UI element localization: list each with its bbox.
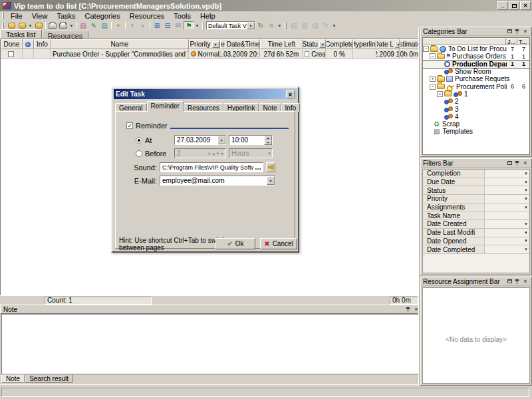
filter-row-priority[interactable]: Priority▼	[423, 195, 529, 203]
tree-item-2[interactable]: 2	[423, 98, 529, 105]
before-unit-combo[interactable]: Hours ▼	[229, 148, 273, 158]
column-date[interactable]: Date L▼	[376, 39, 400, 49]
filter-dropdown[interactable]: ▼	[524, 247, 528, 251]
sound-field[interactable]: C:\Program Files\VIP Quality Software\VI…	[160, 162, 263, 172]
menu-tools[interactable]: Tools	[169, 11, 196, 21]
more-tools-dropdown[interactable]: ▼	[331, 24, 337, 28]
minimize-button[interactable]: _	[497, 1, 508, 10]
tab-note[interactable]: Note	[1, 374, 25, 383]
menu-resources[interactable]: Resources	[125, 11, 170, 21]
column-priority[interactable]: Priority▼	[189, 39, 221, 49]
close-button[interactable]: ✕	[520, 1, 531, 10]
collapse-expander[interactable]: −	[423, 46, 429, 52]
menu-grip[interactable]	[2, 13, 4, 19]
tree-item-purchasse-orders[interactable]: − Purchasse Orders 11	[423, 53, 529, 60]
tree-item-3[interactable]: 3	[423, 105, 529, 112]
date-cell[interactable]: 2.2009 1:	[376, 49, 400, 59]
filter-row-date-last-modified[interactable]: Date Last Modifi▼	[423, 229, 529, 237]
tree-item-scrap[interactable]: Scrap	[423, 120, 529, 128]
filter-row-date-created[interactable]: Date Created▼	[423, 220, 529, 229]
column-hyperlink[interactable]: Hyperlink	[353, 39, 376, 49]
done-cell[interactable]	[1, 49, 23, 59]
filter-dropdown[interactable]: ▼	[524, 172, 528, 176]
tree-item-show-room[interactable]: Show Room	[423, 68, 529, 75]
filter-row-task-name[interactable]: Task Name	[423, 211, 529, 220]
filter-row-assignments[interactable]: Assignments▼	[423, 203, 529, 212]
hyperlink-cell[interactable]	[353, 49, 376, 59]
resource-close-button[interactable]	[521, 278, 529, 285]
ok-button[interactable]: Ok	[215, 238, 255, 249]
filter-dropdown[interactable]: ▼	[524, 239, 528, 243]
collapse-expander[interactable]: −	[430, 53, 436, 59]
before-value-spinner[interactable]: 2 ◄ ▲▼ ►	[174, 148, 226, 158]
at-date-dropdown[interactable]: ▼	[217, 136, 225, 144]
done-checkbox[interactable]	[8, 51, 14, 57]
flag-filter-dropdown[interactable]: ▼	[194, 24, 200, 28]
tree-col2-header[interactable]: T...	[517, 38, 529, 45]
toolbar-grip[interactable]	[285, 23, 287, 29]
filter-dropdown[interactable]: ▼	[524, 197, 528, 201]
dialog-close-button[interactable]: ×	[286, 90, 295, 98]
complete-cell[interactable]: 0 %	[326, 49, 353, 59]
filter-row-due-date[interactable]: Due Date▼	[423, 178, 529, 187]
filter-dropdown[interactable]: ▼	[524, 222, 528, 226]
at-time-spinner[interactable]: 10:00 ▲▼	[229, 135, 273, 145]
at-date-picker[interactable]: 27.03.2009 ▼	[174, 135, 226, 145]
filter-row-completion[interactable]: Completion▼	[423, 170, 529, 178]
filter-dropdown[interactable]: ▼	[524, 205, 528, 209]
tree-item-4[interactable]: 4	[423, 113, 529, 120]
priority-filter-button[interactable]: ▼	[212, 41, 219, 48]
categories-maximize-button[interactable]	[505, 28, 513, 35]
expand-expander[interactable]: +	[437, 91, 443, 97]
before-spin-buttons[interactable]: ◄ ▲▼ ►	[207, 152, 225, 156]
categories-pin-button[interactable]	[513, 28, 521, 35]
open-list-dropdown[interactable]: ▼	[27, 24, 33, 28]
filters-maximize-button[interactable]	[505, 160, 513, 167]
expand-expander[interactable]: +	[430, 76, 436, 82]
toolbar-grip[interactable]	[2, 23, 4, 29]
collapse-expander[interactable]: −	[430, 84, 436, 90]
menu-view[interactable]: View	[27, 11, 53, 21]
column-status[interactable]: Statu▼	[303, 39, 326, 49]
tree-item-purchase-requets[interactable]: + Purchase Requets	[423, 75, 529, 82]
time-left-cell[interactable]: 27d 6h 52m	[260, 49, 303, 59]
filter-dropdown[interactable]: ▼	[524, 188, 528, 192]
name-cell[interactable]: Purchase Order - Supplier "Commodities a…	[51, 49, 189, 59]
tree-item-1[interactable]: + 1	[423, 90, 529, 98]
column-due[interactable]: Due Date&Time▼	[220, 39, 260, 49]
reminder-title-field[interactable]	[170, 122, 289, 129]
filters-close-button[interactable]	[521, 160, 529, 167]
filter-dropdown[interactable]: ▼	[524, 180, 528, 184]
tab-tasks-list[interactable]: Tasks list	[0, 29, 42, 39]
tree-item-production-department[interactable]: Production Department 11	[423, 61, 529, 68]
menu-help[interactable]: Help	[196, 11, 220, 21]
print-options-dropdown[interactable]: ▼	[68, 24, 74, 28]
tree-item-templates[interactable]: Templates	[423, 128, 529, 135]
column-done[interactable]: Done	[1, 39, 23, 49]
filter-dropdown[interactable]: ▼	[524, 231, 528, 235]
menu-file[interactable]: File	[6, 11, 27, 21]
at-radio[interactable]	[136, 137, 142, 144]
note-editor[interactable]	[1, 314, 423, 374]
email-combo[interactable]: employee@mail.com ▼	[160, 176, 275, 186]
column-estimated[interactable]: Estimated	[400, 39, 419, 49]
tree-col1-header[interactable]: J...	[506, 38, 517, 45]
categories-close-button[interactable]	[521, 28, 529, 35]
date-filter-button[interactable]: ▼	[395, 41, 400, 48]
spin-down-icon[interactable]: ▼	[264, 140, 272, 145]
filter-row-status[interactable]: Status▼	[423, 186, 529, 195]
tree-main-column[interactable]	[423, 38, 506, 45]
before-radio[interactable]	[136, 150, 142, 157]
column-info[interactable]: Info	[34, 39, 51, 49]
sound-browse-button[interactable]: …	[253, 164, 263, 171]
tab-reminder[interactable]: Reminder	[147, 101, 184, 112]
before-unit-dropdown[interactable]: ▼	[267, 152, 272, 156]
toolbar-grip[interactable]	[202, 23, 204, 29]
column-notify[interactable]	[23, 39, 34, 49]
resource-maximize-button[interactable]	[505, 278, 513, 285]
due-cell[interactable]: 01.03.2009 20:45	[220, 49, 260, 59]
resource-pin-button[interactable]	[513, 278, 521, 285]
estimated-cell[interactable]: 0h 0m	[400, 49, 419, 59]
play-sound-button[interactable]	[266, 162, 275, 172]
column-name[interactable]: Name	[51, 39, 189, 49]
